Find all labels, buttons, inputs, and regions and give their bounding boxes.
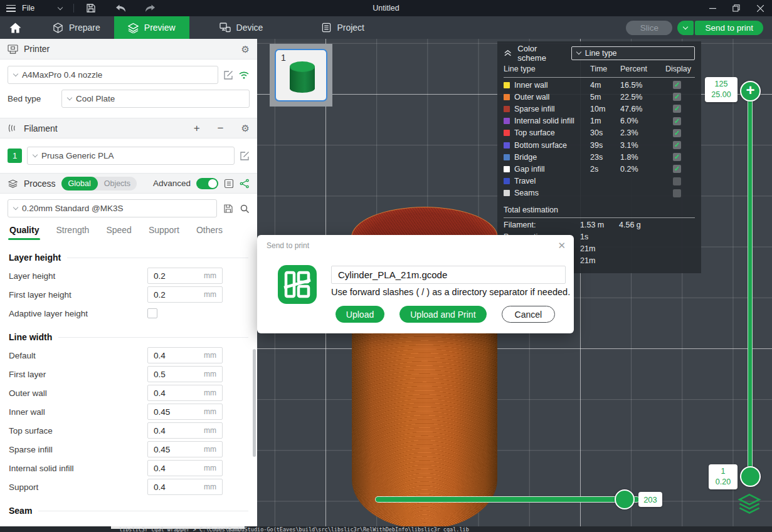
layers-mode-icon[interactable] [738,494,761,515]
printer-icon [8,44,18,54]
chevron-down-icon [13,205,18,210]
maximize-button[interactable] [724,0,748,16]
tab-preview[interactable]: Preview [114,16,189,39]
internal-solid-infill-swatch [504,118,510,124]
display-checkbox[interactable]: ✓ [673,129,681,137]
upload-button[interactable]: Upload [336,306,384,323]
parameter-list-icon[interactable] [224,179,234,189]
process-scope-toggle[interactable]: Global Objects [61,177,137,190]
bed-type-select[interactable]: Cool Plate [61,90,250,108]
display-checkbox[interactable]: ✓ [673,117,681,125]
advanced-toggle[interactable] [196,178,218,189]
process-section-header: Process Global Objects Advanced [0,173,257,194]
moves-slider-handle[interactable] [615,489,635,509]
edit-filament-icon[interactable] [240,151,250,161]
adaptive-layer-height-checkbox[interactable] [147,308,157,318]
first-layer-height-input[interactable]: 0.2 mm [147,286,223,303]
tab-support[interactable]: Support [149,225,179,240]
layer-slider-bottom-label: 1 0.20 [709,464,738,489]
minimize-button[interactable] [701,0,724,16]
line-width-first-layer-input[interactable]: 0.5 mm [147,366,223,382]
legend-row: Bottom surface 39s 3.1% ✓ [504,139,695,151]
view-mode-select[interactable]: Line type [571,46,695,60]
tab-quality[interactable]: Quality [9,225,39,240]
home-button[interactable] [0,16,30,39]
display-checkbox[interactable]: ✓ [673,153,681,161]
save-preset-icon[interactable] [223,204,233,214]
slice-button[interactable]: Slice [626,21,672,35]
upload-and-print-button[interactable]: Upload and Print [399,306,486,323]
tab-speed[interactable]: Speed [106,225,131,240]
collapse-panel-icon[interactable] [504,50,512,57]
process-tabs: Quality Strength Speed Support Others [0,221,257,242]
tab-project[interactable]: Project [308,16,378,39]
filament-preset-select[interactable]: Prusa Generic PLA [27,147,235,165]
undo-icon[interactable] [115,3,127,14]
display-checkbox[interactable]: ✓ [673,189,681,197]
add-filament-button[interactable]: + [194,123,200,133]
display-checkbox[interactable]: ✓ [673,105,681,113]
param-row: First layer 0.5 mm [9,365,248,383]
chevron-down-icon [576,50,581,55]
display-checkbox[interactable]: ✓ [673,165,681,173]
project-icon [322,23,331,33]
sidebar-scrollbar[interactable] [253,349,256,457]
legend-row: Seams ✓ [504,187,695,199]
scope-objects[interactable]: Objects [98,179,137,188]
param-row: Adaptive layer height [9,304,248,323]
layer-slider-track[interactable] [748,91,753,477]
tab-prepare[interactable]: Prepare [39,16,114,39]
printer-settings-gear-icon[interactable]: ⚙ [241,44,250,54]
cancel-button[interactable]: Cancel [502,306,556,323]
filament-settings-gear-icon[interactable]: ⚙ [241,123,250,133]
home-icon [9,23,21,33]
file-menu[interactable]: File [22,4,34,13]
chevron-down-icon [13,71,18,76]
process-layers-icon [8,179,18,188]
legend-row: Gap infill 2s 0.2% ✓ [504,163,695,175]
line-width-sparse-infill-input[interactable]: 0.45 mm [147,441,223,457]
line-width-internal-solid-input[interactable]: 0.4 mm [147,460,223,476]
legend-row: Top surface 30s 2.3% ✓ [504,127,695,139]
param-row: Sparse infill 0.45 mm [9,440,248,459]
search-icon[interactable] [240,204,250,214]
display-checkbox[interactable]: ✓ [673,93,681,101]
line-width-support-input[interactable]: 0.4 mm [147,479,223,495]
objects-parameter-icon[interactable] [240,179,250,189]
tab-others[interactable]: Others [196,225,223,240]
line-width-top-surface-input[interactable]: 0.4 mm [147,422,223,439]
remove-filament-button[interactable]: − [218,123,224,133]
file-menu-chevron-icon[interactable] [58,4,63,9]
display-checkbox[interactable]: ✓ [673,81,681,89]
dialog-close-icon[interactable]: ✕ [558,240,566,251]
send-to-print-button[interactable]: Send to print [695,21,763,35]
wifi-connected-icon[interactable] [238,71,250,80]
redo-icon[interactable] [144,3,156,14]
filament-slot-badge[interactable]: 1 [8,149,22,163]
close-button[interactable] [748,0,772,16]
plate-thumbnail[interactable]: 1 [270,44,332,107]
scope-global[interactable]: Global [61,177,98,190]
display-checkbox[interactable]: ✓ [673,177,681,185]
layer-slider-bottom-handle[interactable] [740,466,761,487]
layer-slider-top-handle[interactable]: + [740,81,761,102]
line-width-outer-wall-input[interactable]: 0.4 mm [147,385,223,401]
filament-total-row: Filament: 1.53 m 4.56 g [504,219,695,231]
param-row: Top surface 0.4 mm [9,421,248,440]
save-icon[interactable] [85,3,97,14]
process-preset-select[interactable]: 0.20mm Standard @MK3S [8,199,217,217]
edit-printer-icon[interactable] [223,70,233,80]
inner-wall-swatch [504,82,510,88]
line-width-inner-wall-input[interactable]: 0.45 mm [147,404,223,420]
param-row: First layer height 0.2 mm [9,285,248,304]
display-checkbox[interactable]: ✓ [673,141,681,149]
line-width-default-input[interactable]: 0.4 mm [147,347,223,363]
moves-slider-track[interactable] [375,496,640,503]
tab-device[interactable]: Device [206,16,277,39]
send-dropdown-button[interactable] [677,21,694,35]
printer-preset-select[interactable]: A4MaxPro 0.4 nozzle [8,66,218,84]
layer-height-input[interactable]: 0.2 mm [147,268,223,284]
app-logo-icon [278,265,317,304]
tab-strength[interactable]: Strength [56,225,89,240]
filename-input[interactable] [331,266,566,284]
